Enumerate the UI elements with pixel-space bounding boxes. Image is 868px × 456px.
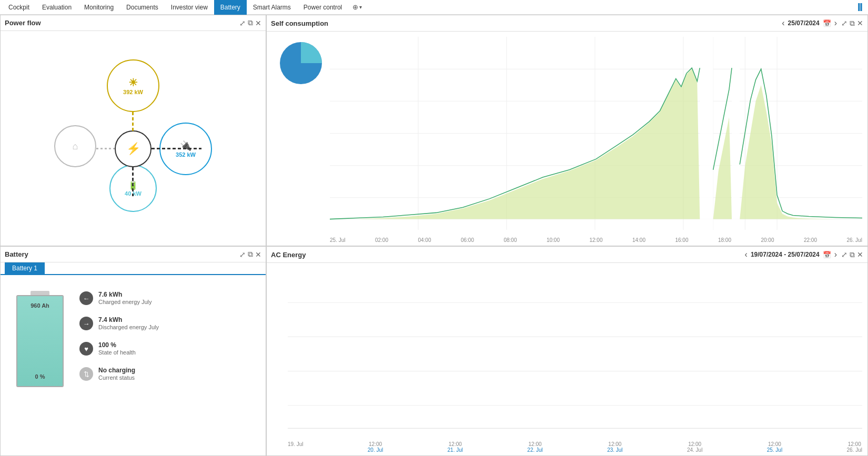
battery-body-visual: 960 Ah 0 %: [16, 295, 64, 387]
expand-icon[interactable]: ⤢: [841, 19, 847, 27]
home-icon: ⌂: [73, 141, 78, 152]
charged-value: 7.6 kWh: [98, 291, 152, 298]
battery-cap: [31, 291, 49, 295]
x-label-4: 08:00: [503, 237, 517, 243]
charged-label: Charged energy July: [98, 299, 152, 305]
x-label-5: 10:00: [547, 237, 560, 243]
status-value: No charging: [98, 367, 135, 374]
battery-stats: ← 7.6 kWh Charged energy July → 7.4 kWh …: [79, 286, 159, 381]
x-label-1: 02:00: [375, 237, 388, 243]
stat-charged-text: 7.6 kWh Charged energy July: [98, 291, 152, 306]
plus-icon: ⊕: [352, 3, 358, 11]
battery-controls: ⤢ ⧉ ✕: [239, 250, 261, 259]
popout-icon[interactable]: ⧉: [850, 19, 855, 28]
expand-icon[interactable]: ⤢: [841, 250, 847, 259]
battery-visual: 960 Ah 0 %: [16, 291, 64, 387]
tab-evaluation[interactable]: Evaluation: [36, 0, 78, 15]
stat-status: ⇅ No charging Current status: [79, 367, 159, 381]
close-icon[interactable]: ✕: [857, 250, 863, 259]
main-grid: Power flow ⤢ ⧉ ✕ ☀ 392 kW 🔌 352 kW: [0, 15, 868, 456]
discharge-icon: →: [79, 317, 93, 330]
sc-calendar-icon[interactable]: 📅: [823, 19, 831, 27]
tab-monitoring[interactable]: Monitoring: [78, 0, 120, 15]
add-tab-button[interactable]: ⊕ ▾: [348, 1, 366, 13]
sc-date: 25/07/2024: [788, 19, 820, 27]
x-label-2: 04:00: [418, 237, 431, 243]
ac-x-label-0: 19. Jul: [288, 441, 303, 453]
power-flow-panel: Power flow ⤢ ⧉ ✕ ☀ 392 kW 🔌 352 kW: [0, 15, 266, 246]
close-icon[interactable]: ✕: [255, 19, 261, 27]
ac-date-range: 19/07/2024 - 25/07/2024: [751, 251, 820, 258]
ac-body: 19. Jul 12:0020. Jul 12:0021. Jul 12:002…: [267, 263, 867, 455]
x-label-7: 14:00: [632, 237, 645, 243]
ac-energy-panel: AC Energy ‹ 19/07/2024 - 25/07/2024 📅 › …: [266, 246, 868, 456]
x-label-11: 22:00: [804, 237, 817, 243]
solar-value: 392 kW: [123, 89, 143, 95]
stat-discharged-text: 7.4 kWh Discharged energy July: [98, 316, 159, 331]
sc-x-labels: 25. Jul 02:00 04:00 06:00 08:00 10:00 12…: [330, 237, 862, 243]
x-label-12: 26. Jul: [846, 237, 862, 243]
ac-calendar-icon[interactable]: 📅: [823, 251, 831, 259]
line-home-center: [96, 148, 115, 149]
power-flow-controls: ⤢ ⧉ ✕: [239, 18, 261, 27]
x-label-8: 16:00: [675, 237, 688, 243]
tab-smart-alarms[interactable]: Smart Alarms: [247, 0, 297, 15]
ac-title: AC Energy: [271, 251, 306, 259]
ac-header: AC Energy ‹ 19/07/2024 - 25/07/2024 📅 › …: [267, 247, 867, 263]
health-label: State of health: [98, 349, 136, 356]
x-label-0: 25. Jul: [330, 237, 345, 243]
popout-icon[interactable]: ⧉: [850, 250, 855, 259]
popout-icon[interactable]: ⧉: [248, 250, 253, 259]
grid-icon: 🔌: [180, 140, 191, 151]
stat-charged: ← 7.6 kWh Charged energy July: [79, 291, 159, 306]
svg-rect-15: [732, 37, 740, 230]
svg-rect-14: [700, 37, 713, 230]
tab-battery[interactable]: Battery: [214, 0, 247, 15]
discharged-label: Discharged energy July: [98, 324, 159, 330]
x-label-6: 12:00: [589, 237, 602, 243]
charge-icon: ←: [79, 291, 93, 305]
stat-discharged: → 7.4 kWh Discharged energy July: [79, 316, 159, 331]
pie-svg: [277, 39, 325, 87]
stat-health-text: 100 % State of health: [98, 341, 136, 356]
battery-header: Battery ⤢ ⧉ ✕: [1, 247, 266, 262]
tab-documents[interactable]: Documents: [120, 0, 165, 15]
tab-investor-view[interactable]: Investor view: [165, 0, 214, 15]
grid-value: 352 kW: [176, 151, 196, 158]
top-nav: Cockpit Evaluation Monitoring Documents …: [0, 0, 868, 15]
pie-chart: [277, 39, 325, 88]
ac-x-label-5: 12:0024. Jul: [687, 441, 702, 453]
discharged-value: 7.4 kWh: [98, 316, 159, 323]
x-label-10: 20:00: [761, 237, 774, 243]
solar-icon: ☀: [128, 76, 138, 89]
sc-chart-svg: [330, 37, 862, 230]
sc-chart-container: 25. Jul 02:00 04:00 06:00 08:00 10:00 12…: [330, 37, 862, 230]
battery-fill: [17, 296, 63, 386]
ac-x-label-6: 12:0025. Jul: [767, 441, 782, 453]
x-label-9: 18:00: [718, 237, 731, 243]
tab-cockpit[interactable]: Cockpit: [2, 0, 36, 15]
expand-icon[interactable]: ⤢: [239, 19, 246, 27]
sc-prev-button[interactable]: ‹: [782, 18, 784, 28]
line-center-battery: [132, 167, 134, 196]
expand-icon[interactable]: ⤢: [239, 250, 246, 259]
battery-tab-1[interactable]: Battery 1: [5, 262, 45, 274]
sc-nav: ‹ 25/07/2024 📅 ›: [782, 18, 837, 28]
pf-center-circle: ⚡: [115, 130, 152, 167]
ac-next-button[interactable]: ›: [834, 250, 837, 259]
ac-nav: ‹ 19/07/2024 - 25/07/2024 📅 ›: [745, 250, 837, 259]
close-icon[interactable]: ✕: [857, 19, 863, 27]
health-icon: ♥: [79, 342, 93, 356]
battery-label-bottom: 0 %: [17, 373, 63, 380]
ac-prev-button[interactable]: ‹: [745, 250, 748, 259]
battery-body: 960 Ah 0 % ← 7.6 kWh Charged energy July…: [1, 275, 266, 455]
lightning-icon: ⚡: [126, 142, 140, 156]
x-label-3: 06:00: [461, 237, 474, 243]
tab-power-control[interactable]: Power control: [297, 0, 348, 15]
ac-chart-svg: [288, 268, 862, 440]
sc-next-button[interactable]: ›: [834, 18, 837, 28]
line-center-grid: [152, 148, 201, 149]
close-icon[interactable]: ✕: [255, 250, 261, 259]
popout-icon[interactable]: ⧉: [248, 18, 253, 27]
power-flow-body: ☀ 392 kW 🔌 352 kW 🔋 40 kW ⌂: [1, 31, 266, 246]
